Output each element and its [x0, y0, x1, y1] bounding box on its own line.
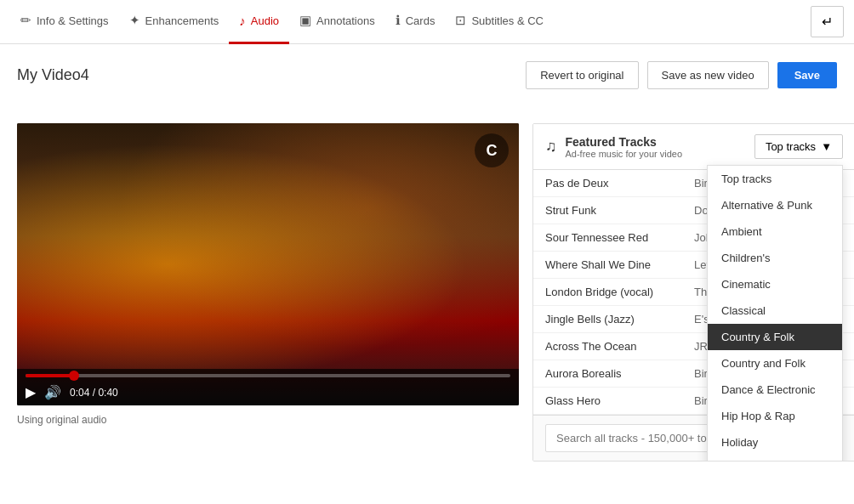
dropdown-item-top-tracks[interactable]: Top tracks [708, 166, 842, 192]
dropdown-item-jazz-blues[interactable]: Jazz & Blues [708, 456, 842, 462]
track-name: London Bridge (vocal) [545, 286, 694, 298]
track-name: Where Shall We Dine [545, 258, 694, 271]
video-container: C ▶ 🔊 0:04 / 0:40 [17, 123, 519, 426]
annotations-icon: ▣ [299, 13, 311, 28]
progress-fill [26, 374, 74, 377]
save-as-new-button[interactable]: Save as new video [647, 61, 769, 89]
nav-item-subtitles[interactable]: ⊡Subtitles & CC [445, 0, 554, 44]
video-player[interactable]: C ▶ 🔊 0:04 / 0:40 [17, 123, 519, 405]
tracks-panel: ♫ Featured Tracks Ad-free music for your… [532, 123, 854, 462]
tracks-subtitle: Ad-free music for your video [566, 149, 683, 159]
genre-dropdown-menu: Top tracksAlternative & PunkAmbientChild… [707, 165, 843, 462]
nav-item-label-cards: Cards [406, 14, 436, 27]
page-content: My Video4 Revert to original Save as new… [0, 44, 854, 462]
controls-row: ▶ 🔊 0:04 / 0:40 [26, 384, 510, 400]
nav-item-info-settings[interactable]: ✏Info & Settings [10, 0, 119, 44]
dropdown-item-cinematic[interactable]: Cinematic [708, 271, 842, 297]
tracks-title: Featured Tracks [566, 135, 683, 149]
track-name: Across The Ocean [545, 340, 694, 353]
audio-icon: ♪ [239, 14, 246, 28]
track-name: Jingle Bells (Jazz) [545, 313, 694, 326]
play-button[interactable]: ▶ [26, 384, 36, 400]
dropdown-item-hip-hop-rap[interactable]: Hip Hop & Rap [708, 403, 842, 429]
dropdown-item-classical[interactable]: Classical [708, 297, 842, 324]
dropdown-item-country-folk[interactable]: Country & Folk [708, 324, 842, 350]
time-display: 0:04 / 0:40 [70, 387, 118, 399]
progress-bar[interactable] [26, 374, 510, 377]
dropdown-item-dance-electronic[interactable]: Dance & Electronic [708, 377, 842, 403]
track-name: Pas de Deux [545, 177, 694, 190]
back-button[interactable]: ↵ [811, 6, 844, 37]
cards-icon: ℹ [396, 13, 401, 28]
video-controls: ▶ 🔊 0:04 / 0:40 [17, 369, 519, 405]
revert-button[interactable]: Revert to original [526, 61, 638, 89]
video-art [17, 123, 519, 405]
track-name: Sour Tennessee Red [545, 231, 694, 244]
nav-item-enhancements[interactable]: ✦Enhancements [119, 0, 230, 44]
nav-item-audio[interactable]: ♪Audio [229, 0, 289, 44]
enhancements-icon: ✦ [129, 13, 140, 28]
dropdown-item-holiday[interactable]: Holiday [708, 429, 842, 456]
main-layout: C ▶ 🔊 0:04 / 0:40 [17, 123, 837, 462]
tracks-header: ♫ Featured Tracks Ad-free music for your… [533, 124, 854, 170]
tracks-title-group: Featured Tracks Ad-free music for your v… [566, 135, 683, 159]
nav-item-label-audio: Audio [251, 14, 279, 27]
track-name: Strut Funk [545, 204, 694, 217]
subtitles-icon: ⊡ [455, 13, 466, 28]
tracks-icon: ♫ [545, 138, 557, 156]
time-current: 0:04 [70, 387, 89, 399]
nav-item-annotations[interactable]: ▣Annotations [289, 0, 385, 44]
tracks-header-left: ♫ Featured Tracks Ad-free music for your… [545, 135, 682, 159]
track-name: Glass Hero [545, 394, 694, 407]
time-total: 0:40 [98, 387, 117, 399]
dropdown-item-ambient[interactable]: Ambient [708, 218, 842, 245]
save-button[interactable]: Save [777, 62, 837, 88]
dropdown-label: Top tracks [766, 140, 816, 153]
info-settings-icon: ✏ [20, 13, 31, 28]
nav-item-label-subtitles: Subtitles & CC [471, 14, 544, 27]
video-status: Using original audio [17, 414, 519, 426]
header-row: My Video4 Revert to original Save as new… [17, 61, 837, 106]
dropdown-container: Top tracks ▼ Top tracksAlternative & Pun… [754, 134, 843, 159]
top-nav: ✏Info & Settings✦Enhancements♪Audio▣Anno… [0, 0, 854, 44]
track-name: Aurora Borealis [545, 367, 694, 380]
nav-item-label-annotations: Annotations [316, 14, 375, 27]
dropdown-item-country-and-folk[interactable]: Country and Folk [708, 350, 842, 377]
nav-item-label-info-settings: Info & Settings [37, 14, 109, 27]
top-tracks-dropdown-button[interactable]: Top tracks ▼ [754, 134, 843, 159]
page-title: My Video4 [17, 66, 89, 84]
volume-button[interactable]: 🔊 [44, 384, 61, 400]
dropdown-item-childrens[interactable]: Children's [708, 245, 842, 271]
dropdown-item-alternative-punk[interactable]: Alternative & Punk [708, 192, 842, 218]
video-logo: C [475, 133, 509, 167]
progress-handle[interactable] [69, 371, 79, 381]
action-buttons: Revert to original Save as new video Sav… [526, 61, 837, 89]
dropdown-chevron-icon: ▼ [821, 140, 832, 153]
nav-item-label-enhancements: Enhancements [145, 14, 219, 27]
nav-item-cards[interactable]: ℹCards [385, 0, 446, 44]
